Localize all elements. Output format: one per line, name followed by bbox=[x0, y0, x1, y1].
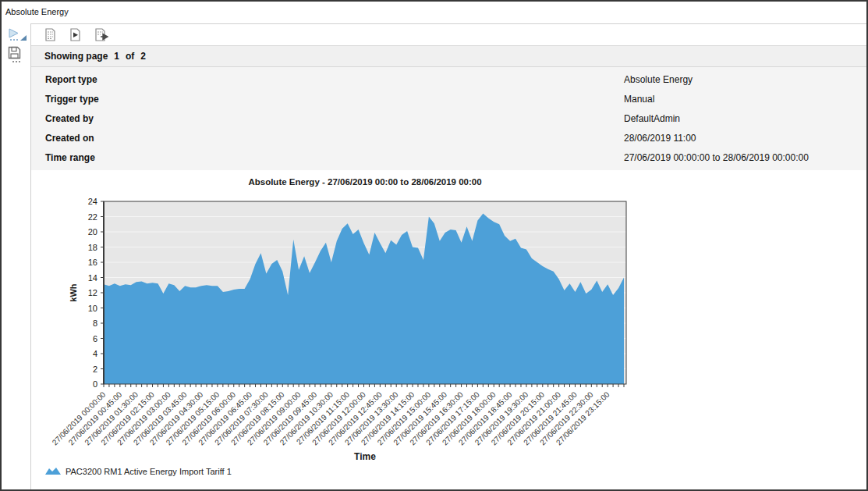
metadata-label: Report type bbox=[31, 74, 97, 85]
metadata-row-created-on: Created on 28/06/2019 11:00 bbox=[31, 128, 868, 148]
pagination-prefix: Showing page bbox=[44, 51, 108, 62]
show-report-button[interactable] bbox=[43, 27, 58, 42]
y-tick-label: 22 bbox=[88, 212, 97, 222]
y-tick-label: 12 bbox=[88, 288, 97, 297]
chart-container: Absolute Energy - 27/06/2019 00:00 to 28… bbox=[31, 170, 868, 489]
report-panel: Showing page 1 of 2 Report type Absolute… bbox=[30, 23, 868, 489]
metadata-value: 28/06/2019 11:00 bbox=[624, 133, 696, 144]
metadata-label: Created by bbox=[31, 113, 94, 124]
report-metadata: Report type Absolute Energy Trigger type… bbox=[31, 67, 868, 170]
generate-report-button[interactable] bbox=[68, 27, 83, 42]
metadata-row-created-by: Created by DefaultAdmin bbox=[31, 109, 868, 128]
metadata-value: Manual bbox=[624, 94, 654, 105]
save-icon bbox=[8, 46, 23, 63]
metadata-value: 27/06/2019 00:00:00 to 28/06/2019 00:00:… bbox=[624, 152, 809, 163]
pagination-bar: Showing page 1 of 2 bbox=[31, 45, 868, 67]
page-play-icon bbox=[69, 28, 82, 41]
energy-area-chart: Absolute Energy - 27/06/2019 00:00 to 28… bbox=[31, 170, 868, 486]
y-tick-label: 18 bbox=[88, 243, 97, 252]
report-toolbar bbox=[31, 24, 868, 45]
y-tick-label: 8 bbox=[93, 318, 97, 328]
run-report-icon bbox=[8, 28, 27, 42]
pagination-total-pages: 2 bbox=[140, 51, 146, 62]
pagination-of-label: of bbox=[126, 51, 134, 62]
legend-label: PAC3200 RM1 Active Energy Import Tariff … bbox=[66, 467, 232, 476]
run-report-button[interactable] bbox=[8, 28, 27, 44]
y-tick-label: 24 bbox=[88, 197, 97, 206]
y-tick-label: 10 bbox=[88, 304, 97, 313]
metadata-label: Time range bbox=[31, 152, 95, 163]
metadata-value: Absolute Energy bbox=[624, 74, 693, 85]
metadata-row-time-range: Time range 27/06/2019 00:00:00 to 28/06/… bbox=[31, 148, 868, 167]
metadata-label: Trigger type bbox=[31, 94, 99, 105]
chart-title: Absolute Energy - 27/06/2019 00:00 to 28… bbox=[248, 177, 481, 187]
y-tick-label: 4 bbox=[93, 349, 97, 358]
report-page-icon bbox=[44, 28, 57, 41]
metadata-label: Created on bbox=[31, 133, 94, 144]
metadata-value: DefaultAdmin bbox=[624, 113, 680, 124]
y-axis-title: kWh bbox=[69, 283, 78, 302]
legend-area-icon bbox=[45, 468, 61, 475]
save-button[interactable] bbox=[8, 46, 23, 66]
y-tick-label: 6 bbox=[93, 334, 97, 343]
x-axis-title: Time bbox=[354, 451, 376, 462]
export-page-icon bbox=[94, 28, 109, 41]
y-tick-label: 20 bbox=[88, 227, 97, 237]
pagination-current-page: 1 bbox=[114, 51, 119, 62]
y-tick-label: 14 bbox=[88, 273, 97, 283]
window-title: Absolute Energy bbox=[2, 2, 866, 23]
main-area: Showing page 1 of 2 Report type Absolute… bbox=[2, 23, 866, 489]
y-tick-label: 0 bbox=[93, 379, 97, 389]
export-report-button[interactable] bbox=[93, 27, 110, 42]
report-window: Absolute Energy bbox=[0, 0, 868, 491]
metadata-row-report-type: Report type Absolute Energy bbox=[31, 69, 868, 89]
y-tick-label: 16 bbox=[88, 258, 97, 267]
metadata-row-trigger-type: Trigger type Manual bbox=[31, 89, 868, 109]
y-tick-label: 2 bbox=[93, 365, 97, 374]
left-toolbar bbox=[2, 23, 30, 489]
